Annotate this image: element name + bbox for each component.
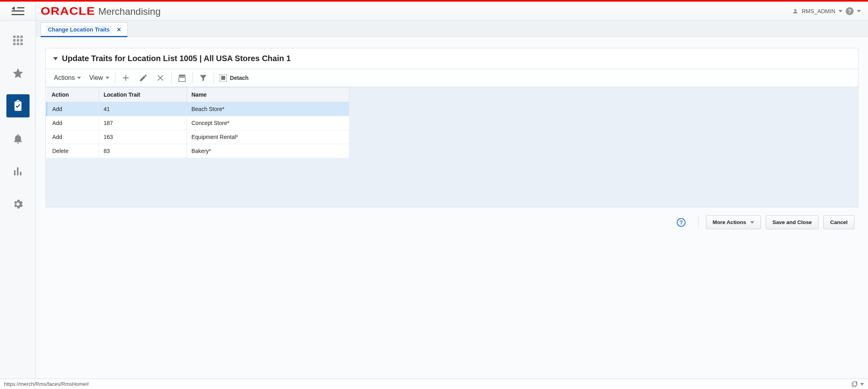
header-user-area[interactable]: RMS_ADMIN ?	[792, 7, 868, 15]
sidebar-settings-button[interactable]	[6, 193, 30, 216]
sidebar-favorites-button[interactable]	[6, 62, 30, 85]
x-icon	[157, 73, 165, 82]
product-name: Merchandising	[98, 6, 161, 17]
table-row[interactable]: Delete83Bakery*	[47, 144, 349, 158]
cell-action: Add	[47, 130, 99, 144]
page-footer: ? More Actions Save and Close Cancel	[46, 207, 858, 232]
filter-button[interactable]	[194, 69, 212, 87]
table-row[interactable]: Add187Concept Store*	[47, 116, 349, 130]
caret-down-icon	[105, 77, 109, 79]
save-and-close-button[interactable]: Save and Close	[766, 215, 819, 229]
save-and-close-label: Save and Close	[773, 219, 812, 225]
bar-chart-icon	[12, 165, 24, 177]
tab-bar: Change Location Traits ✕	[36, 21, 868, 37]
toolbar-separator	[192, 72, 193, 84]
caret-down-icon	[750, 221, 754, 224]
detach-label: Detach	[230, 75, 249, 81]
col-location-trait[interactable]: Location Trait	[99, 87, 186, 102]
grid-icon	[13, 36, 23, 45]
help-caret-icon	[857, 10, 861, 12]
cell-location_trait: 83	[99, 144, 186, 158]
panel-header: Update Traits for Location List 1005 | A…	[46, 48, 858, 69]
context-help-icon[interactable]: ?	[677, 218, 686, 227]
cell-action: Add	[47, 116, 99, 130]
add-button[interactable]	[117, 69, 135, 87]
sidebar-tasks-button[interactable]	[6, 94, 30, 117]
help-icon[interactable]: ?	[846, 7, 854, 15]
cell-name: Bakery*	[186, 144, 349, 158]
col-action[interactable]: Action	[47, 87, 99, 102]
svg-rect-1	[179, 77, 186, 81]
toolbar-separator	[171, 72, 172, 84]
user-icon	[792, 8, 799, 14]
username: RMS_ADMIN	[802, 8, 835, 14]
svg-rect-0	[179, 75, 186, 77]
caret-down-icon	[77, 77, 81, 79]
detach-button[interactable]: Detach	[216, 74, 253, 81]
clipboard-check-icon	[12, 100, 24, 112]
actions-menu[interactable]: Actions	[50, 74, 85, 81]
plus-icon	[121, 73, 130, 82]
edit-button[interactable]	[135, 69, 152, 87]
panel-title: Update Traits for Location List 1005 | A…	[62, 54, 291, 63]
funnel-icon	[199, 73, 208, 82]
bell-icon	[12, 133, 24, 145]
table-area: Action Location Trait Name Add41Beach St…	[46, 87, 858, 207]
tab-close-icon[interactable]: ✕	[117, 26, 121, 33]
cell-location_trait: 41	[99, 102, 186, 116]
cell-name: Concept Store*	[186, 116, 349, 130]
clipboard-icon[interactable]	[851, 381, 858, 387]
detach-icon	[220, 74, 227, 81]
more-actions-button[interactable]: More Actions	[706, 215, 761, 229]
tab-label: Change Location Traits	[47, 26, 111, 33]
cell-name: Equipment Rental*	[186, 130, 349, 144]
brand: ORACLE Merchandising	[36, 5, 161, 18]
cancel-label: Cancel	[830, 219, 848, 225]
delete-button[interactable]	[152, 69, 170, 87]
sidebar-reports-button[interactable]	[6, 160, 30, 183]
table-toolbar: Actions View	[46, 69, 858, 87]
toolbar-separator	[214, 72, 214, 84]
cell-action: Add	[47, 102, 99, 116]
table-row[interactable]: Add163Equipment Rental*	[47, 130, 349, 144]
brand-logo: ORACLE	[41, 5, 95, 18]
cell-action: Delete	[47, 144, 99, 158]
toolbar-separator	[115, 72, 115, 84]
star-icon	[12, 67, 24, 79]
sidebar-apps-button[interactable]	[6, 29, 30, 52]
tab-change-location-traits[interactable]: Change Location Traits ✕	[41, 22, 127, 37]
status-bar: https://merch/Rms/faces/RmsHome#	[0, 379, 868, 389]
status-url: https://merch/Rms/faces/RmsHome#	[4, 381, 89, 387]
location-traits-table: Action Location Trait Name Add41Beach St…	[46, 87, 349, 158]
cell-name: Beach Store*	[186, 102, 349, 116]
table-row[interactable]: Add41Beach Store*	[47, 102, 349, 116]
nav-toggle-icon[interactable]	[11, 6, 25, 17]
user-caret-icon	[838, 10, 842, 12]
caret-down-icon	[860, 383, 864, 385]
cell-location_trait: 187	[99, 116, 186, 130]
cell-location_trait: 163	[99, 130, 186, 144]
export-xls-icon	[178, 73, 186, 82]
sidebar	[0, 21, 36, 379]
main-panel: Update Traits for Location List 1005 | A…	[46, 48, 858, 207]
nav-toggle-cell	[0, 2, 36, 20]
more-actions-label: More Actions	[713, 219, 746, 225]
pencil-icon	[139, 73, 148, 82]
view-menu[interactable]: View	[85, 74, 113, 81]
disclosure-icon[interactable]	[53, 57, 58, 60]
sidebar-notifications-button[interactable]	[6, 127, 30, 150]
view-menu-label: View	[89, 74, 103, 81]
app-header: ORACLE Merchandising RMS_ADMIN ?	[0, 2, 868, 21]
cancel-button[interactable]: Cancel	[823, 215, 854, 229]
gear-icon	[12, 198, 24, 210]
footer-separator	[698, 216, 699, 229]
col-name[interactable]: Name	[186, 87, 349, 102]
actions-menu-label: Actions	[54, 74, 75, 81]
export-button[interactable]	[173, 69, 191, 87]
tab-active-underline	[41, 36, 127, 37]
